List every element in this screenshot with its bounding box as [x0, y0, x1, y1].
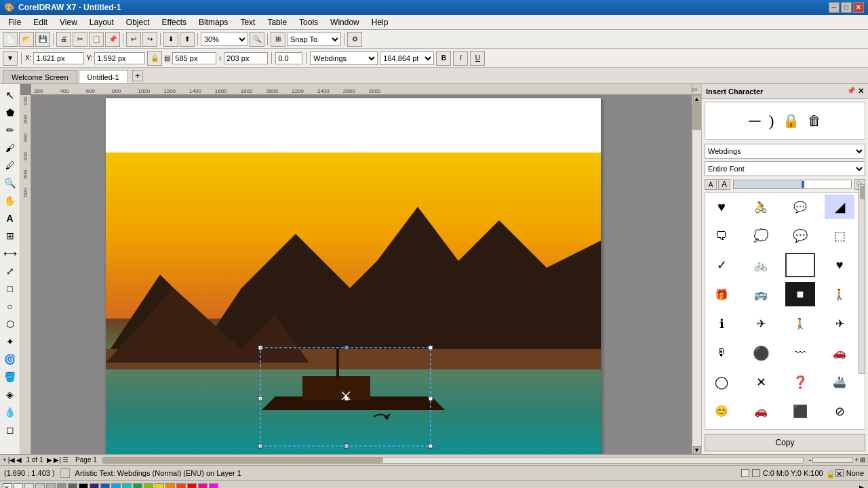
tab-untitled[interactable]: Untitled-1	[79, 70, 128, 83]
new-btn[interactable]: 📄	[3, 32, 18, 47]
color-bar-expand-btn[interactable]: ▶	[859, 483, 865, 489]
angle-input[interactable]	[275, 52, 302, 64]
star-tool[interactable]: ✦	[2, 333, 18, 350]
char-cell-cross[interactable]: ✕	[746, 370, 776, 394]
open-btn[interactable]: 📂	[19, 32, 34, 47]
swatch-13[interactable]	[155, 483, 164, 489]
page-menu-btn[interactable]: ☰	[62, 456, 68, 464]
char-size-increase-btn[interactable]: A	[718, 179, 730, 190]
options-btn[interactable]: ⚙	[347, 32, 362, 47]
char-cell-rect-black[interactable]: ⬛	[785, 399, 815, 424]
char-cell-ship[interactable]: 🚢	[825, 370, 854, 394]
menu-window[interactable]: Window	[325, 16, 365, 28]
char-cell-cycle[interactable]: 🚴	[746, 195, 776, 219]
table-tool[interactable]: ⊞	[2, 228, 18, 244]
snap-to-btn[interactable]: ⊞	[271, 32, 285, 47]
char-cell-wave[interactable]: 〰	[785, 341, 815, 365]
maximize-btn[interactable]: □	[841, 2, 852, 13]
zoom-in-small-btn[interactable]: +	[854, 456, 859, 464]
tab-add-btn[interactable]: +	[132, 70, 143, 81]
spiral-tool[interactable]: 🌀	[2, 351, 18, 367]
char-zoom-slider[interactable]	[733, 180, 852, 189]
char-cell-car[interactable]: 🚗	[825, 341, 854, 365]
y-input[interactable]	[94, 52, 145, 64]
swatch-3[interactable]	[46, 483, 56, 489]
v-scroll-thumb[interactable]	[692, 103, 701, 130]
char-cell-plane1[interactable]: ✈	[746, 312, 776, 336]
char-cell-no[interactable]: ⊘	[825, 399, 854, 424]
w-input[interactable]	[172, 52, 216, 64]
shape-tool[interactable]: ⬟	[2, 104, 18, 121]
char-cell-bicycle[interactable]: 🚲	[746, 253, 776, 277]
copy-character-button[interactable]: Copy	[705, 434, 865, 451]
status-page-btn[interactable]	[60, 468, 70, 478]
menu-effects[interactable]: Effects	[157, 16, 192, 28]
char-cell-bubble2[interactable]: 💭	[746, 224, 776, 248]
parallel-dim[interactable]: ⟷	[2, 245, 18, 262]
subset-dropdown[interactable]: Entire Font	[705, 161, 865, 176]
char-cell-speech[interactable]: 💬	[785, 195, 815, 219]
tab-welcome[interactable]: Welcome Screen	[3, 70, 77, 83]
char-size-decrease-btn[interactable]: A	[705, 179, 717, 190]
h-input[interactable]	[224, 52, 268, 64]
zoom-slider-thumb[interactable]	[802, 181, 804, 188]
save-btn[interactable]: 💾	[35, 32, 50, 47]
add-page-btn[interactable]: +	[3, 456, 7, 464]
panel-pin-btn[interactable]: 📌	[847, 87, 855, 96]
scroll-down-btn[interactable]: ▼	[693, 446, 701, 454]
char-scroll-thumb[interactable]	[860, 186, 865, 199]
polygon-tool[interactable]: ⬡	[2, 316, 18, 332]
char-grid-scrollbar[interactable]	[859, 184, 865, 374]
swatch-11[interactable]	[133, 483, 142, 489]
menu-help[interactable]: Help	[366, 16, 394, 28]
swatch-15[interactable]	[176, 483, 186, 489]
minimize-btn[interactable]: ─	[829, 2, 840, 13]
char-cell-square-black[interactable]: ■	[785, 282, 815, 306]
color-swatch-none[interactable]: ✕	[3, 483, 12, 489]
char-cell-info[interactable]: ℹ	[707, 312, 736, 336]
char-cell-car2[interactable]: 🚗	[746, 399, 776, 424]
menu-bitmaps[interactable]: Bitmaps	[193, 16, 233, 28]
menu-layout[interactable]: Layout	[84, 16, 119, 28]
pen-tool[interactable]: 🖊	[2, 157, 18, 174]
char-cell-walk[interactable]: 🚶	[785, 312, 815, 336]
char-cell-ring[interactable]: ◯	[707, 370, 736, 394]
vertical-scrollbar[interactable]: ▲ ▼	[692, 95, 701, 454]
menu-text[interactable]: Text	[235, 16, 260, 28]
canvas-bg[interactable]: ▲ ▼	[31, 95, 701, 454]
menu-view[interactable]: View	[54, 16, 83, 28]
char-cell-frame[interactable]: ⬚	[825, 224, 854, 248]
char-cell-arrow[interactable]: ◢	[825, 195, 854, 219]
zoom-select[interactable]: 30%	[201, 33, 248, 46]
eraser-tool[interactable]: ◻	[2, 422, 18, 438]
h-scroll-track[interactable]	[102, 457, 804, 464]
font-family-select[interactable]: Webdings	[310, 52, 378, 65]
char-cell-gift[interactable]: 🎁	[707, 282, 736, 306]
page-prev-prev-btn[interactable]: |◀	[8, 456, 16, 464]
swatch-8[interactable]	[100, 483, 110, 489]
menu-tools[interactable]: Tools	[294, 16, 323, 28]
ellipse-tool[interactable]: ○	[2, 298, 18, 314]
zoom-fit-btn[interactable]: ⊞	[860, 456, 865, 464]
select-tool[interactable]: ↖	[2, 87, 18, 103]
zoom-slider-bar[interactable]	[812, 458, 853, 463]
freehand-tool[interactable]: ✏	[2, 122, 18, 138]
x-input[interactable]	[33, 52, 84, 64]
smart-fill[interactable]: ◈	[2, 386, 18, 403]
page-prev-btn[interactable]: ◀	[16, 456, 22, 464]
char-cell-heart[interactable]: ♥	[707, 195, 736, 219]
menu-table[interactable]: Table	[262, 16, 292, 28]
menu-object[interactable]: Object	[121, 16, 155, 28]
char-cell-circle-black[interactable]: ⚫	[746, 341, 776, 365]
h-scroll-thumb[interactable]	[103, 458, 383, 463]
bold-btn[interactable]: B	[436, 51, 451, 66]
import-btn[interactable]: ⬇	[163, 32, 178, 47]
window-controls[interactable]: ─ □ ✕	[829, 2, 864, 13]
print-btn[interactable]: 🖨	[56, 32, 71, 47]
zoom-out-small-btn[interactable]: -	[809, 456, 811, 464]
swatch-9[interactable]	[111, 483, 121, 489]
char-cell-mic[interactable]: 🎙	[707, 341, 736, 365]
font-family-dropdown[interactable]: Webdings Wingdings Symbol	[705, 144, 865, 159]
zoom-tool[interactable]: 🔍	[2, 175, 18, 191]
page-canvas[interactable]	[106, 98, 601, 454]
